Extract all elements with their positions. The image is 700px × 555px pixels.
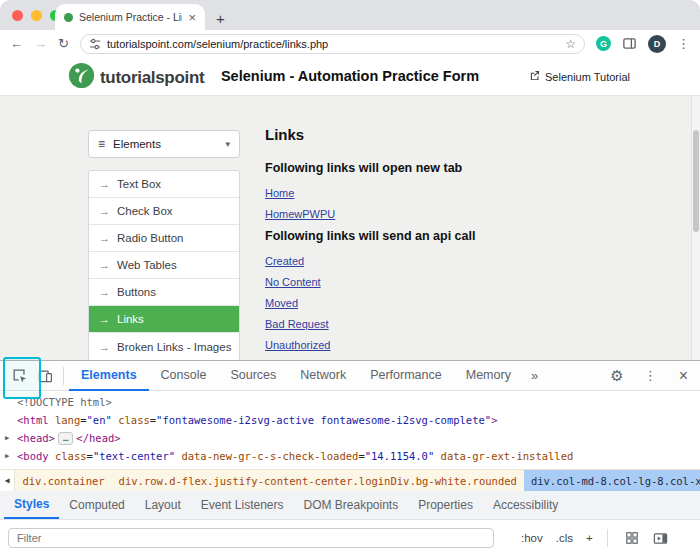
code-token: class (49, 450, 87, 462)
side-panel-icon[interactable] (622, 36, 637, 51)
styles-panel-tabs: StylesComputedLayoutEvent ListenersDOM B… (0, 491, 700, 520)
device-toolbar-icon[interactable] (32, 361, 58, 391)
panel-tab-dom-breakpoints[interactable]: DOM Breakpoints (293, 491, 408, 519)
style-toggles: :hov.cls+ (521, 532, 593, 544)
arrow-right-icon: → (99, 232, 110, 244)
address-bar[interactable]: tutorialspoint.com/selenium/practice/lin… (80, 34, 585, 54)
link-home[interactable]: Home (265, 187, 294, 199)
page-scrollbar[interactable] (691, 96, 700, 360)
inspect-element-icon[interactable] (6, 361, 32, 391)
sidebar-item-web-tables[interactable]: →Web Tables (89, 252, 239, 279)
panel-tab-accessibility[interactable]: Accessibility (483, 491, 568, 519)
panel-tab-styles[interactable]: Styles (4, 491, 59, 519)
code-token: data-new-gr-c-s-check-loaded (175, 450, 358, 462)
code-token: <body (17, 450, 49, 462)
devtools-tab-sources[interactable]: Sources (218, 361, 288, 391)
page-header: tutorialspoint Selenium - Automation Pra… (0, 57, 700, 96)
sidebar-item-label: Links (117, 313, 144, 325)
sidebar-item-links[interactable]: →Links (89, 306, 239, 333)
grid-layout-icon[interactable] (622, 531, 642, 545)
sidebar-item-buttons[interactable]: →Buttons (89, 279, 239, 306)
breadcrumb-div-container[interactable]: div.container (15, 470, 111, 491)
sidebar-item-broken-links-images[interactable]: →Broken Links - Images (89, 333, 239, 360)
panel-tab-properties[interactable]: Properties (408, 491, 483, 519)
devtools-toolbar: ElementsConsoleSourcesNetworkPerformance… (0, 361, 700, 391)
crumb-scroll-left-icon[interactable]: ◀ (0, 470, 15, 491)
site-settings-icon[interactable] (89, 38, 101, 50)
panel-tab-layout[interactable]: Layout (135, 491, 191, 519)
bookmark-star-icon[interactable]: ☆ (565, 38, 576, 50)
expand-arrow-icon[interactable]: ▶ (5, 429, 9, 447)
tab-strip: Selenium Practice - Links × + (0, 0, 700, 30)
content-title: Links (265, 126, 645, 143)
arrow-right-icon: → (99, 205, 110, 217)
devtools-tab-console[interactable]: Console (149, 361, 219, 391)
breadcrumb-list: div.containerdiv.row.d-flex.justify-cont… (15, 470, 700, 491)
new-tab-button[interactable]: + (216, 11, 225, 26)
scrollbar-thumb[interactable] (693, 130, 699, 232)
code-token: <head> (17, 432, 55, 444)
link-moved[interactable]: Moved (265, 297, 298, 309)
sidebar-menu: →Text Box→Check Box→Radio Button→Web Tab… (88, 170, 240, 360)
code-line-3[interactable]: ▶<head>…</head> (0, 429, 700, 447)
traffic-lights (12, 10, 61, 21)
panel-tab-event-listeners[interactable]: Event Listeners (191, 491, 294, 519)
code-token: <html (17, 414, 49, 426)
link-homewpwpu[interactable]: HomewPWPU (265, 208, 335, 220)
chevron-down-icon: ▾ (225, 139, 230, 149)
profile-avatar[interactable]: D (648, 35, 666, 53)
devtools-close-icon[interactable]: × (667, 368, 700, 384)
tab-title: Selenium Practice - Links (79, 11, 182, 23)
sidebar-item-radio-button[interactable]: →Radio Button (89, 225, 239, 252)
devtools-tab-network[interactable]: Network (288, 361, 358, 391)
devtools-tab-elements[interactable]: Elements (69, 361, 149, 391)
style-toggle-hov[interactable]: :hov (521, 532, 543, 544)
code-token: … (58, 432, 73, 445)
code-line-1[interactable]: <!DOCTYPE html> (0, 393, 700, 411)
breadcrumb-div-col-md-8-col-lg-8-co[interactable]: div.col-md-8.col-lg-8.col-xl-8 (524, 470, 700, 491)
selenium-tutorial-link[interactable]: Selenium Tutorial (529, 70, 630, 83)
devtools-tab-performance[interactable]: Performance (358, 361, 454, 391)
code-token: lang (49, 414, 81, 426)
arrow-right-icon: → (99, 341, 110, 353)
panel-tab-computed[interactable]: Computed (59, 491, 134, 519)
expand-arrow-icon[interactable]: ▶ (5, 447, 9, 465)
breadcrumb-div-row-d-flex-justify-c[interactable]: div.row.d-flex.justify-content-center.lo… (112, 470, 524, 491)
devtools-tab-memory[interactable]: Memory (454, 361, 523, 391)
link-bad-request[interactable]: Bad Request (265, 318, 329, 330)
external-link-icon (529, 70, 540, 83)
link-created[interactable]: Created (265, 255, 304, 267)
forward-icon[interactable]: → (34, 37, 47, 50)
code-line-4[interactable]: ▶<body class="text-center" data-new-gr-c… (0, 447, 700, 465)
code-token: "14.1154.0" (365, 450, 435, 462)
arrow-right-icon: → (99, 178, 110, 190)
toggle-sidebar-icon[interactable] (651, 531, 671, 546)
link-unauthorized[interactable]: Unauthorized (265, 339, 330, 351)
arrow-right-icon: → (99, 259, 110, 271)
link-no-content[interactable]: No Content (265, 276, 321, 288)
browser-toolbar: ← → ↻ tutorialspoint.com/selenium/practi… (0, 30, 700, 57)
hamburger-icon: ≡ (98, 137, 105, 151)
back-icon[interactable]: ← (10, 37, 23, 50)
sidebar-item-text-box[interactable]: →Text Box (89, 171, 239, 198)
more-tabs-icon[interactable]: » (523, 368, 546, 383)
devtools-menu-kebab-icon[interactable]: ⋮ (634, 368, 667, 383)
sidebar-item-check-box[interactable]: →Check Box (89, 198, 239, 225)
code-token: <!DOCTYPE html> (17, 396, 112, 408)
minimize-window-button[interactable] (31, 10, 42, 21)
extension-icon[interactable]: G (596, 36, 611, 51)
settings-gear-icon[interactable]: ⚙ (600, 367, 633, 385)
browser-tab[interactable]: Selenium Practice - Links × (55, 4, 205, 30)
browser-menu-kebab-icon[interactable]: ⋮ (677, 37, 690, 50)
tab-close-icon[interactable]: × (188, 11, 196, 24)
code-line-2[interactable]: <html lang="en" class="fontawesome-i2svg… (0, 411, 700, 429)
sidebar-item-label: Broken Links - Images (117, 341, 231, 353)
close-window-button[interactable] (12, 10, 23, 21)
selenium-tutorial-label: Selenium Tutorial (545, 71, 630, 83)
devtools-tabs: ElementsConsoleSourcesNetworkPerformance… (69, 361, 523, 391)
styles-filter-input[interactable] (8, 528, 494, 548)
style-toggle-plus[interactable]: + (586, 532, 593, 544)
reload-icon[interactable]: ↻ (58, 37, 69, 50)
elements-dropdown[interactable]: ≡ Elements ▾ (88, 130, 240, 158)
style-toggle-cls[interactable]: .cls (556, 532, 573, 544)
